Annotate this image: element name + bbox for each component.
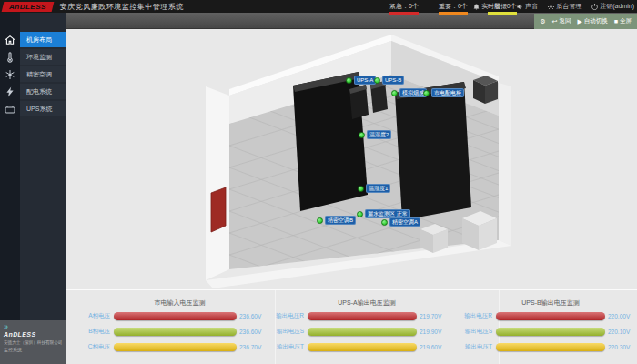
header-menu: 实时警报 声音 后台管理 注销(admin) — [473, 0, 634, 13]
back-icon: ↩ — [552, 18, 558, 25]
gauge-row: 输出电压T 220.30V — [464, 339, 637, 355]
top-header: AnDLESS 安庆党风廉政环境监控集中管理系统 紧急：0个 重要：0个 一般：… — [0, 0, 637, 13]
gauge-bar — [308, 312, 417, 320]
gauge-bar — [496, 328, 605, 336]
room-door — [211, 187, 226, 232]
marker-precision-ac-b[interactable]: 精密空调B — [317, 216, 356, 225]
gauge-bar — [496, 312, 605, 320]
brand-logo: AnDLESS — [2, 2, 55, 12]
gauge-bar — [308, 328, 417, 336]
gauge-row: C相电压 236.70V — [86, 339, 273, 355]
sidebar-item-label: 机房布局 — [20, 32, 66, 47]
panel-mains-voltage: 市电输入电压监测 A相电压 236.60V B相电压 236.60V C相电压 … — [86, 290, 273, 355]
home-icon — [5, 35, 15, 46]
fullscreen-icon: ■ — [614, 18, 618, 25]
logout-icon — [592, 4, 598, 10]
gauge-row: A相电压 236.60V — [86, 308, 273, 324]
sidebar-item-room-layout[interactable]: 机房布局 — [0, 32, 66, 47]
fullscreen-button[interactable]: ■全屏 — [614, 17, 632, 25]
room-3d-view[interactable] — [66, 29, 637, 289]
view-toolbar-row: ⚙ ↩返回 ▶自动切换 ■全屏 — [66, 13, 637, 29]
rack-row-b — [395, 82, 471, 220]
gear-icon: ⚙ — [540, 18, 545, 25]
panel-title: 市电输入电压监测 — [86, 290, 273, 308]
page-title: 安庆党风廉政环境监控集中管理系统 — [60, 2, 184, 12]
gauge-bar — [114, 328, 237, 336]
alarm-critical-count: 紧急：0个 — [389, 2, 419, 15]
gauge-bar — [114, 343, 237, 351]
back-button[interactable]: ↩返回 — [552, 17, 571, 25]
auto-switch-button[interactable]: ▶自动切换 — [577, 17, 607, 25]
panel-title: UPS-A输出电压监测 — [276, 290, 458, 308]
gauge-row: 输出电压S 220.10V — [464, 324, 637, 339]
sidebar-item-precision-ac[interactable]: 精密空调 — [0, 66, 66, 82]
ac-unit-cube-b — [420, 224, 448, 253]
gauge-bar — [114, 312, 237, 320]
gauge-row: 输出电压T 219.60V — [276, 339, 458, 355]
marker-precision-ac-a[interactable]: 精密空调A — [381, 217, 420, 227]
gauge-bar — [496, 343, 605, 351]
left-wall-outer — [206, 86, 229, 280]
power-cabinet-cube — [473, 76, 498, 104]
lightning-icon — [5, 86, 15, 97]
marker-mains-cabinet[interactable]: 市电配电柜 — [423, 88, 464, 97]
status-dot-icon — [359, 132, 365, 138]
marker-smoke-sensor[interactable]: 模拟烟感 — [391, 88, 427, 97]
gauge-bar — [308, 343, 417, 351]
sidebar-footer: » AnDLESS 安德力士（深圳）科技有限公司 监控系统 — [0, 320, 66, 364]
status-dot-icon — [357, 211, 363, 217]
alarm-major-count: 重要：0个 — [439, 2, 468, 15]
marker-temp-humidity-2[interactable]: 温湿度2 — [359, 130, 391, 139]
sidebar-item-label: 环境监测 — [20, 49, 66, 65]
status-dot-icon — [346, 77, 352, 84]
snowflake-icon — [5, 69, 15, 80]
ac-unit-cube-a — [462, 211, 497, 250]
battery-icon — [5, 104, 15, 115]
panel-ups-a-voltage: UPS-A输出电压监测 输出电压R 219.70V 输出电压S 219.90V … — [276, 290, 458, 355]
gauge-row: 输出电压R 219.70V — [276, 308, 458, 324]
sidebar-item-power-distribution[interactable]: 配电系统 — [0, 84, 66, 99]
panel-title: UPS-B输出电压监测 — [464, 290, 637, 308]
status-dot-icon — [423, 90, 430, 96]
sidebar-item-environment[interactable]: 环境监测 — [0, 49, 66, 65]
scene-settings-button[interactable]: ⚙ — [540, 18, 545, 25]
brand-logo-text: AnDLESS — [9, 3, 46, 11]
sound-button[interactable]: 声音 — [517, 2, 538, 11]
scene-toolbar: ⚙ ↩返回 ▶自动切换 ■全屏 — [534, 14, 637, 29]
panel-ups-b-voltage: UPS-B输出电压监测 输出电压R 220.00V 输出电压S 220.10V … — [464, 290, 637, 355]
thermometer-icon — [5, 52, 15, 63]
gauge-row: 输出电压S 219.90V — [276, 324, 458, 339]
bell-icon — [473, 4, 480, 10]
realtime-alarm-button[interactable]: 实时警报 — [473, 2, 507, 11]
sidebar: 机房布局 环境监测 精密空调 配电系统 UPS系统 » AnDLESS 安德力士… — [0, 13, 66, 364]
status-dot-icon — [358, 186, 364, 192]
gauge-row: B相电压 236.60V — [86, 324, 273, 339]
footer-product: 监控系统 — [4, 347, 62, 352]
gear-icon — [548, 4, 554, 10]
marker-ups-b[interactable]: UPS-B — [374, 76, 404, 85]
sidebar-item-label: 配电系统 — [20, 84, 66, 99]
marker-ups-a[interactable]: UPS-A — [346, 76, 376, 85]
status-dot-icon — [317, 217, 323, 224]
sidebar-item-label: 精密空调 — [20, 66, 66, 82]
status-dot-icon — [374, 77, 380, 84]
admin-button[interactable]: 后台管理 — [548, 2, 581, 11]
double-chevron-icon: » — [4, 323, 62, 330]
sidebar-icon-column — [0, 13, 20, 364]
footer-logo: AnDLESS — [4, 331, 62, 338]
marker-temp-humidity-1[interactable]: 温湿度1 — [358, 184, 390, 193]
right-wall-outer — [499, 83, 511, 246]
status-dot-icon — [381, 219, 388, 226]
gauge-strip: 市电输入电压监测 A相电压 236.60V B相电压 236.60V C相电压 … — [66, 289, 637, 364]
status-dot-icon — [391, 90, 398, 96]
footer-company: 安德力士（深圳）科技有限公司 — [4, 339, 57, 345]
play-icon: ▶ — [577, 18, 581, 25]
sidebar-item-ups-system[interactable]: UPS系统 — [0, 101, 66, 116]
sidebar-item-label: UPS系统 — [20, 101, 66, 116]
app-window: AnDLESS 安庆党风廉政环境监控集中管理系统 紧急：0个 重要：0个 一般：… — [0, 0, 637, 364]
speaker-icon — [517, 4, 523, 10]
gauge-row: 输出电压R 220.00V — [464, 308, 637, 324]
logout-button[interactable]: 注销(admin) — [592, 2, 634, 11]
